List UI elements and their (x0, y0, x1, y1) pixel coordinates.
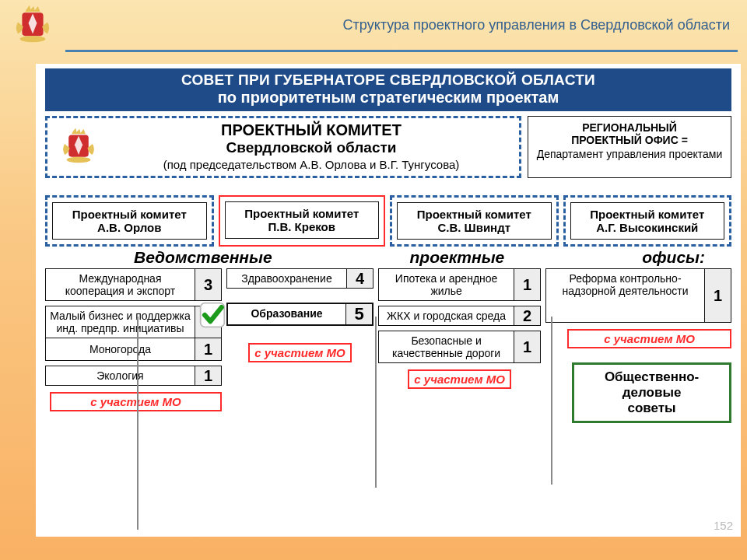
diagram-sheet: СОВЕТ ПРИ ГУБЕРНАТОРЕ СВЕРДЛОВСКОЙ ОБЛАС… (36, 64, 741, 537)
project-committee-title: ПРОЕКТНЫЙ КОМИТЕТ (110, 121, 513, 139)
sub-committee-name: А.Г. Высокинский (573, 221, 723, 234)
sub-committee-shvindt: Проектный комитет С.В. Швиндт (390, 195, 559, 247)
bracket-line (375, 317, 377, 488)
office-label: Малый бизнес и поддержка инд. предпр. ин… (46, 306, 195, 338)
office-count: 3 (195, 269, 221, 300)
office-coop-export: Международная кооперация и экспорт 3 (45, 268, 222, 301)
office-count: 1 (704, 269, 731, 322)
project-committee-subtitle: Свердловской области (110, 139, 513, 156)
office-count: 4 (346, 269, 373, 288)
council-box: СОВЕТ ПРИ ГУБЕРНАТОРЕ СВЕРДЛОВСКОЙ ОБЛАС… (45, 68, 731, 111)
sub-committee-inner: Проектный комитет С.В. Швиндт (397, 202, 552, 240)
office-label: Здравоохранение (227, 269, 346, 288)
sub-committee-inner: Проектный комитет А.В. Орлов (52, 202, 207, 240)
sub-committee-inner: Проектный комитет А.Г. Высокинский (570, 202, 725, 240)
office-label: Образование (228, 304, 345, 324)
office-count: 1 (514, 331, 540, 362)
regional-office-l3: Департамент управления проектами (533, 148, 726, 160)
coat-of-arms-icon (6, 3, 59, 47)
sub-committee-title: Проектный комитет (573, 208, 723, 221)
with-mo-tag: с участием МО (408, 369, 511, 389)
checkmark-icon (198, 301, 226, 329)
offices-col-3: Ипотека и арендное жилье 1 ЖКХ и городск… (378, 268, 541, 389)
sub-committee-title: Проектный комитет (227, 207, 377, 220)
project-committee-box: ПРОЕКТНЫЙ КОМИТЕТ Свердловской области (… (45, 116, 521, 178)
regional-office-l1: РЕГИОНАЛЬНЫЙ (533, 121, 726, 134)
offices-word-3: офисы: (642, 248, 705, 267)
sub-committee-title: Проектный комитет (54, 208, 205, 221)
office-ecology: Экология 1 (45, 366, 222, 386)
office-label: Экология (46, 366, 195, 385)
sub-committee-title: Проектный комитет (399, 208, 549, 221)
business-councils-box: Общественно- деловые советы (572, 362, 731, 423)
sub-committee-name: А.В. Орлов (54, 221, 205, 234)
office-roads: Безопасные и качественные дороги 1 (378, 331, 541, 363)
svg-point-3 (67, 157, 91, 163)
offices-grid: Международная кооперация и экспорт 3 Мал… (45, 268, 731, 423)
office-label: Международная кооперация и экспорт (46, 269, 195, 300)
office-label: Безопасные и качественные дороги (379, 331, 514, 362)
regional-office-l2: ПРОЕКТНЫЙ ОФИС = (533, 134, 726, 146)
offices-word-2: проектные (410, 248, 505, 267)
council-line-2: по приоритетным стратегическим проектам (45, 89, 731, 107)
office-health: Здравоохранение 4 (226, 268, 374, 289)
council-line-1: СОВЕТ ПРИ ГУБЕРНАТОРЕ СВЕРДЛОВСКОЙ ОБЛАС… (45, 72, 731, 89)
offices-col-1: Международная кооперация и экспорт 3 Мал… (45, 268, 222, 411)
departmental-offices-heading: Ведомственные проектные офисы: (40, 248, 736, 267)
sub-committee-name: С.В. Швиндт (399, 221, 549, 234)
biz-line-1: Общественно- (582, 369, 721, 385)
offices-col-2: Здравоохранение 4 Образование 5 с участи… (226, 268, 374, 362)
coat-of-arms-icon (54, 126, 103, 166)
office-small-biz-monocity: Малый бизнес и поддержка инд. предпр. ин… (45, 306, 222, 361)
sub-committee-vysokinsky: Проектный комитет А.Г. Высокинский (563, 195, 732, 247)
project-committee-text: ПРОЕКТНЫЙ КОМИТЕТ Свердловской области (… (110, 121, 513, 171)
with-mo-tag: с участием МО (248, 343, 352, 362)
sub-committee-krekov: Проектный комитет П.В. Креков (219, 195, 386, 247)
biz-line-2: деловые (582, 385, 721, 401)
biz-line-3: советы (582, 401, 721, 416)
office-count: 1 (195, 366, 221, 385)
bracket-line (551, 317, 552, 485)
with-mo-tag: с участием МО (567, 329, 731, 348)
svg-point-1 (20, 36, 46, 42)
office-label: Реформа контрольно-надзорной деятельност… (546, 269, 704, 322)
sub-committee-orlov: Проектный комитет А.В. Орлов (45, 195, 214, 247)
office-mortgage: Ипотека и арендное жилье 1 (378, 268, 541, 301)
office-count: 1 (514, 269, 540, 300)
sub-committee-name: П.В. Креков (227, 220, 377, 233)
with-mo-tag: с участием МО (50, 392, 222, 411)
bracket-line (137, 317, 139, 530)
regional-office-box: РЕГИОНАЛЬНЫЙ ПРОЕКТНЫЙ ОФИС = Департамен… (528, 116, 731, 178)
office-jkh: ЖКХ и городская среда 2 (378, 306, 541, 326)
page-number: 152 (714, 519, 733, 532)
office-label: Моногорода (46, 338, 195, 360)
sub-committee-inner: Проектный комитет П.В. Креков (225, 201, 380, 239)
offices-col-4: Реформа контрольно-надзорной деятельност… (545, 268, 731, 423)
office-label: Ипотека и арендное жилье (379, 269, 514, 300)
slide-header: Структура проектного управления в Свердл… (5, 5, 742, 58)
slide-title: Структура проектного управления в Свердл… (343, 17, 730, 33)
office-count: 2 (514, 306, 540, 325)
office-count: 5 (345, 304, 372, 324)
row-sub-committees: Проектный комитет А.В. Орлов Проектный к… (45, 195, 731, 247)
row-project-committee: ПРОЕКТНЫЙ КОМИТЕТ Свердловской области (… (45, 116, 731, 178)
title-rule (65, 50, 738, 52)
office-label: ЖКХ и городская среда (379, 306, 514, 325)
office-count: 1 (195, 338, 221, 360)
office-education: Образование 5 (226, 303, 374, 326)
office-reform: Реформа контрольно-надзорной деятельност… (545, 268, 731, 323)
offices-word-1: Ведомственные (134, 248, 272, 267)
project-committee-chair: (под председательством А.В. Орлова и В.Г… (110, 158, 513, 171)
